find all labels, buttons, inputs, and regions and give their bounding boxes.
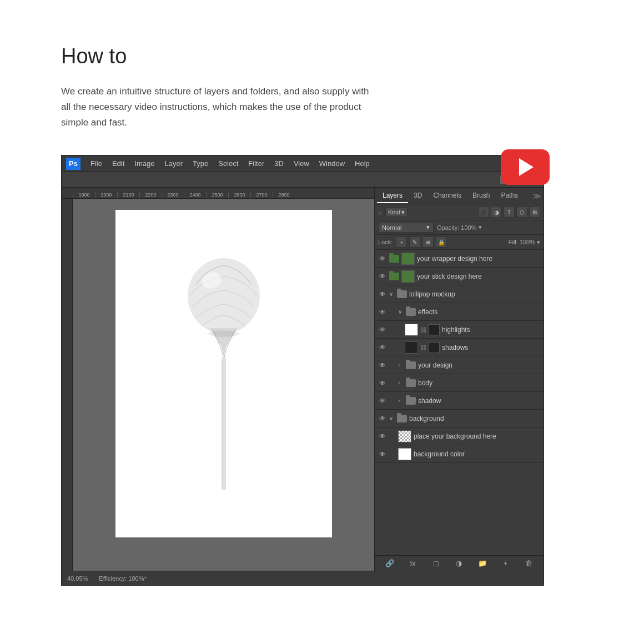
lock-all-icon[interactable]: 🔒 <box>436 237 447 248</box>
layer-name: place your background here <box>414 432 540 440</box>
new-layer-button[interactable]: + <box>499 557 511 570</box>
menu-window[interactable]: Window <box>315 158 349 169</box>
fill-row: Fill: 100% ▾ <box>509 239 540 246</box>
expand-icon[interactable]: ∨ <box>389 415 395 421</box>
ps-logo: Ps <box>66 158 80 170</box>
layer-visibility-icon[interactable]: 👁 <box>378 450 387 459</box>
layer-thumbnail <box>401 253 415 265</box>
kind-dropdown[interactable]: Kind ▾ <box>385 208 407 217</box>
layer-row[interactable]: 👁 ⛓ highlights <box>375 321 544 339</box>
layer-visibility-icon[interactable]: 👁 <box>378 361 387 370</box>
ruler-mark: 2300 <box>162 192 184 199</box>
layers-list[interactable]: 👁 your wrapper design here 👁 your stick … <box>375 250 544 555</box>
fx-button[interactable]: fx <box>407 557 419 570</box>
layer-row[interactable]: 👁 › body <box>375 374 544 392</box>
lock-pixels-icon[interactable]: ▪ <box>396 237 407 248</box>
filter-adjust-icon[interactable]: ◑ <box>491 207 502 218</box>
menu-edit[interactable]: Edit <box>108 158 129 169</box>
layer-row[interactable]: 👁 your stick design here <box>375 268 544 285</box>
ruler-mark: 2200 <box>139 192 162 199</box>
add-adjustment-button[interactable]: ◑ <box>453 557 465 570</box>
expand-icon[interactable]: › <box>398 362 404 368</box>
expand-icon[interactable]: ∨ <box>398 309 404 315</box>
layer-visibility-icon[interactable]: 👁 <box>378 290 387 299</box>
tab-brush[interactable]: Brush <box>467 189 495 203</box>
opacity-row: Opacity: 100% ▾ <box>437 224 482 231</box>
fill-value: 100% <box>520 239 535 245</box>
layer-thumbnail <box>401 270 415 283</box>
menu-filter[interactable]: Filter <box>244 158 269 169</box>
layer-visibility-icon[interactable]: 👁 <box>378 396 387 405</box>
layer-row[interactable]: 👁 ∨ lollipop mockup <box>375 285 544 303</box>
delete-layer-button[interactable]: 🗑 <box>522 557 535 570</box>
tab-paths[interactable]: Paths <box>495 189 524 203</box>
layer-visibility-icon[interactable]: 👁 <box>378 432 387 441</box>
layer-name: shadows <box>442 344 540 351</box>
kind-value: Kind <box>388 209 400 215</box>
layer-visibility-icon[interactable]: 👁 <box>378 254 387 263</box>
layer-row[interactable]: 👁 background color <box>375 445 544 463</box>
title-bar: — □ ✕ <box>62 172 544 188</box>
filter-pixel-icon[interactable]: ⬛ <box>478 207 489 218</box>
tab-layers[interactable]: Layers <box>377 189 408 203</box>
filter-text-icon[interactable]: T <box>504 207 515 218</box>
menu-image[interactable]: Image <box>130 158 159 169</box>
play-triangle-icon <box>519 158 534 176</box>
efficiency-indicator: Efficiency: 100%* <box>99 575 146 582</box>
layer-row[interactable]: 👁 your wrapper design here <box>375 250 544 268</box>
filter-smart-icon[interactable]: ⊞ <box>529 207 540 218</box>
lock-paint-icon[interactable]: ✎ <box>409 237 420 248</box>
layer-visibility-icon[interactable]: 👁 <box>378 272 387 281</box>
layers-panel: Layers 3D Channels Brush Paths ≫ ⌕ Kind … <box>374 188 544 571</box>
kind-label: ⌕ <box>378 209 382 215</box>
layer-name: your design <box>418 361 540 369</box>
menu-help[interactable]: Help <box>350 158 374 169</box>
menu-type[interactable]: Type <box>188 158 213 169</box>
canvas-content <box>73 199 374 571</box>
menu-layer[interactable]: Layer <box>160 158 188 169</box>
layer-folder-icon <box>389 273 399 280</box>
layer-visibility-icon[interactable]: 👁 <box>378 325 387 334</box>
layer-row[interactable]: 👁 ∨ effects <box>375 303 544 321</box>
blend-mode-arrow: ▾ <box>426 224 430 231</box>
blend-mode-value: Normal <box>382 224 401 231</box>
svg-point-3 <box>208 330 239 337</box>
layer-row[interactable]: 👁 › your design <box>375 356 544 374</box>
menu-select[interactable]: Select <box>214 158 243 169</box>
ruler-mark: 2700 <box>250 192 273 199</box>
layer-visibility-icon[interactable]: 👁 <box>378 308 387 316</box>
photoshop-window: Ps File Edit Image Layer Type Select Fil… <box>61 155 544 586</box>
layer-row[interactable]: 👁 ∨ background <box>375 410 544 427</box>
link-layers-button[interactable]: 🔗 <box>384 557 396 570</box>
filter-shape-icon[interactable]: ⬡ <box>516 207 527 218</box>
menu-view[interactable]: View <box>289 158 314 169</box>
layer-mask-thumbnail <box>429 324 440 335</box>
new-group-button[interactable]: 📁 <box>476 557 489 570</box>
layer-visibility-icon[interactable]: 👁 <box>378 379 387 388</box>
tab-channels[interactable]: Channels <box>427 189 467 203</box>
layer-name: shadow <box>418 397 540 405</box>
fill-arrow: ▾ <box>537 239 540 246</box>
layer-visibility-icon[interactable]: 👁 <box>378 414 387 423</box>
ruler-left <box>62 199 73 571</box>
layer-row[interactable]: 👁 ⛓ shadows <box>375 339 544 356</box>
expand-icon[interactable]: › <box>398 398 404 404</box>
expand-icon[interactable]: › <box>398 380 404 386</box>
main-area: 1900 2000 2100 2200 2300 2400 2500 2600 … <box>62 188 544 571</box>
layer-row[interactable]: 👁 place your background here <box>375 427 544 445</box>
tab-3d[interactable]: 3D <box>408 189 427 203</box>
expand-icon[interactable]: ∨ <box>389 291 395 297</box>
opacity-arrow: ▾ <box>479 224 482 231</box>
lock-move-icon[interactable]: ⊕ <box>422 237 434 248</box>
youtube-play-button[interactable] <box>501 149 550 185</box>
layer-row[interactable]: 👁 › shadow <box>375 392 544 410</box>
lock-icons: ▪ ✎ ⊕ 🔒 <box>396 237 447 248</box>
blend-mode-row: Normal ▾ Opacity: 100% ▾ <box>375 220 544 235</box>
layer-visibility-icon[interactable]: 👁 <box>378 343 387 352</box>
menu-3d[interactable]: 3D <box>270 158 288 169</box>
panel-overflow-icon[interactable]: ≫ <box>533 192 541 200</box>
menu-file[interactable]: File <box>86 158 107 169</box>
blend-mode-dropdown[interactable]: Normal ▾ <box>378 222 434 233</box>
add-mask-button[interactable]: ◻ <box>430 557 442 570</box>
page-description: We create an intuitive structure of laye… <box>61 84 372 130</box>
